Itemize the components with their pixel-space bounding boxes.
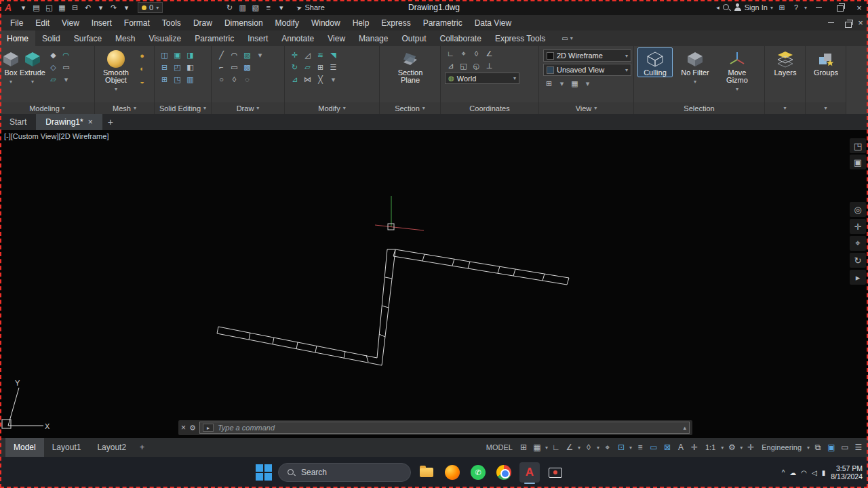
taper-faces-icon[interactable]: ◳ xyxy=(172,74,183,85)
save-icon[interactable]: ▦ xyxy=(56,1,68,14)
viewcube-home-icon[interactable]: ◳ xyxy=(850,138,866,153)
shell-icon[interactable]: ▥ xyxy=(184,74,196,85)
panel-label-groups[interactable]: ▾ xyxy=(806,102,846,114)
extrude-button[interactable]: Extrude ▾ xyxy=(20,48,45,85)
panel-label-mesh[interactable]: Mesh ▾ xyxy=(95,102,154,114)
layer-dropdown[interactable]: 0 ▾ xyxy=(138,2,163,13)
arc-icon[interactable]: ◠ xyxy=(229,49,240,60)
move-icon[interactable]: ✛ xyxy=(289,49,300,60)
battery-icon[interactable]: ▮ xyxy=(822,469,826,476)
selection-cycling-icon[interactable]: ⊠ xyxy=(660,439,674,456)
circle-icon[interactable]: ○ xyxy=(216,74,227,85)
mdi-restore-button[interactable] xyxy=(838,16,853,30)
isometric-drafting-icon[interactable]: ◊ xyxy=(582,439,595,456)
volume-icon[interactable]: ◁ xyxy=(812,469,817,476)
panel-label-solid-editing[interactable]: Solid Editing ▾ xyxy=(155,102,211,114)
firefox-button[interactable] xyxy=(442,462,462,483)
polyline-icon[interactable]: ⌐ xyxy=(216,62,227,73)
intersect-icon[interactable]: ⊞ xyxy=(159,74,170,85)
mirror-icon[interactable]: ⋈ xyxy=(302,74,313,85)
command-history-icon[interactable]: ▴ xyxy=(683,424,686,431)
move-gizmo-button[interactable]: Move Gizmo ▾ xyxy=(718,48,756,93)
sweep-icon[interactable]: ▱ xyxy=(47,74,59,85)
viewcube-icon[interactable]: ▣ xyxy=(850,155,866,169)
autoscale-icon[interactable]: ✛ xyxy=(688,439,701,456)
lineweight-icon[interactable]: ≡ xyxy=(633,439,647,456)
menu-format[interactable]: Format xyxy=(118,15,156,30)
minimize-button[interactable] xyxy=(810,0,827,15)
help-button[interactable]: ? xyxy=(791,3,802,12)
hardware-acceleration-icon[interactable]: ▣ xyxy=(825,439,838,456)
menu-express[interactable]: Express xyxy=(375,15,416,30)
offset-edge-icon[interactable]: ◧ xyxy=(184,62,196,73)
culling-button[interactable]: Culling xyxy=(638,48,672,77)
dynamic-input-icon[interactable]: ▭ xyxy=(647,439,660,456)
gradient-icon[interactable]: ▩ xyxy=(241,62,253,73)
onedrive-icon[interactable]: ☁ xyxy=(789,469,796,476)
copy-icon[interactable]: ▱ xyxy=(302,62,313,73)
showmotion-icon[interactable]: ▸ xyxy=(850,270,866,285)
menu-insert[interactable]: Insert xyxy=(85,15,118,30)
viewport-config-chevron-icon[interactable]: ▾ xyxy=(556,78,568,89)
draw-more-chevron-icon[interactable]: ▾ xyxy=(254,49,266,60)
plot-icon[interactable]: ⊟ xyxy=(69,1,81,14)
menu-tools[interactable]: Tools xyxy=(156,15,187,30)
annotation-monitor-icon[interactable]: ⧉ xyxy=(811,439,825,456)
sheet-set-icon[interactable]: ▥ xyxy=(237,1,248,14)
tab-view[interactable]: View xyxy=(321,30,352,46)
iso-chevron-icon[interactable]: ▾ xyxy=(595,439,601,456)
screen-recorder-button[interactable] xyxy=(545,462,566,483)
union-icon[interactable]: ◫ xyxy=(159,49,170,60)
search-icon[interactable] xyxy=(722,3,731,12)
line-icon[interactable]: ╱ xyxy=(216,49,227,60)
autocad-logo-icon[interactable]: A xyxy=(0,0,16,15)
tab-insert[interactable]: Insert xyxy=(241,30,275,46)
orbit-icon[interactable]: ↻ xyxy=(850,253,866,268)
fillet-edge-icon[interactable]: ◰ xyxy=(172,62,183,73)
tab-visualize[interactable]: Visualize xyxy=(142,30,188,46)
clean-screen-icon[interactable]: ▭ xyxy=(838,439,852,456)
apps-icon[interactable]: ⊞ xyxy=(776,3,788,12)
polar-tracking-icon[interactable]: ∠ xyxy=(563,439,576,456)
help-chevron-icon[interactable]: ▾ xyxy=(804,5,807,11)
snap-chevron-icon[interactable]: ▾ xyxy=(544,439,549,456)
presspull-icon[interactable]: ◇ xyxy=(47,62,59,73)
taskbar-clock[interactable]: 3:57 PM 8/13/2024 xyxy=(831,464,863,481)
loft-icon[interactable]: ▭ xyxy=(60,62,72,73)
restore-button[interactable] xyxy=(830,0,848,15)
collapse-icon[interactable]: ◂ xyxy=(716,4,719,11)
polar-chevron-icon[interactable]: ▾ xyxy=(576,439,582,456)
panel-label-coordinates[interactable]: Coordinates xyxy=(441,102,538,114)
close-button[interactable]: × xyxy=(850,0,868,15)
file-explorer-button[interactable] xyxy=(416,462,437,483)
workspace-name[interactable]: Engineering xyxy=(757,439,806,456)
tab-parametric[interactable]: Parametric xyxy=(188,30,241,46)
polysolid-icon[interactable]: ◆ xyxy=(47,49,59,60)
menu-parametric[interactable]: Parametric xyxy=(417,15,469,30)
panel-label-draw[interactable]: Draw ▾ xyxy=(212,102,284,114)
undo-icon[interactable]: ↶ xyxy=(82,1,94,14)
modify-more-chevron-icon[interactable]: ▾ xyxy=(328,74,339,85)
mesh-primitive-icon[interactable]: ● xyxy=(136,50,148,61)
grid-display-icon[interactable]: ⊞ xyxy=(517,439,530,456)
subtract-icon[interactable]: ⊟ xyxy=(159,62,170,73)
ellipse-icon[interactable]: ◌ xyxy=(241,74,253,85)
ucs-face-icon[interactable]: ⊥ xyxy=(484,60,495,71)
redo-chevron-icon[interactable]: ▾ xyxy=(121,1,132,14)
file-tab-drawing1[interactable]: Drawing1* × xyxy=(36,114,102,130)
named-views-icon[interactable]: ▦ xyxy=(569,78,580,89)
viewport-config-icon[interactable]: ⊞ xyxy=(543,78,555,89)
menu-dimension[interactable]: Dimension xyxy=(218,15,269,30)
panel-label-view[interactable]: View ▾ xyxy=(539,102,633,114)
tab-output[interactable]: Output xyxy=(395,30,433,46)
rotate-icon[interactable]: ↻ xyxy=(289,62,300,73)
named-view-dropdown[interactable]: Unsaved View ▾ xyxy=(543,64,631,76)
clipboard-icon[interactable]: ▧ xyxy=(250,1,261,14)
box-button[interactable]: Box ▾ xyxy=(2,48,20,85)
workspace-name-chevron-icon[interactable]: ▾ xyxy=(806,439,811,456)
object-snap-icon[interactable]: ⊡ xyxy=(614,439,628,456)
ortho-mode-icon[interactable]: ∟ xyxy=(549,439,563,456)
qat-customize-chevron-icon[interactable]: ▾ xyxy=(275,1,287,14)
named-views-chevron-icon[interactable]: ▾ xyxy=(582,78,593,89)
panel-label-modeling[interactable]: Modeling ▾ xyxy=(0,102,94,114)
